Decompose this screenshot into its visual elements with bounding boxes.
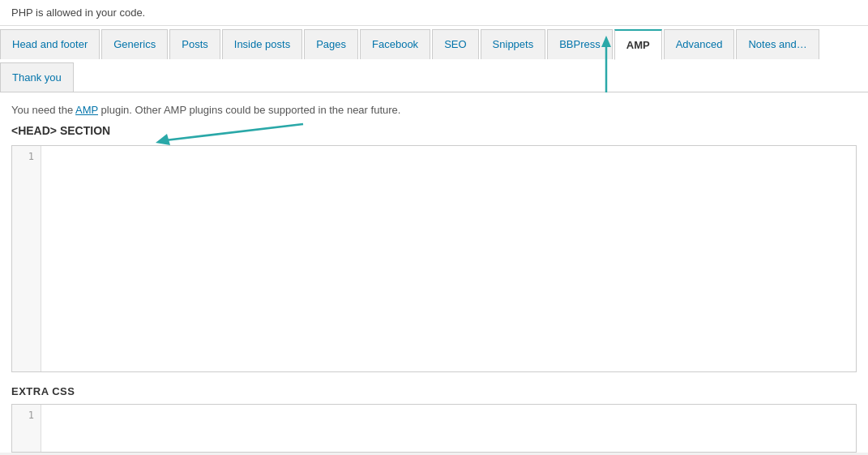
extra-css-section-title: EXTRA CSS [11,385,857,397]
head-section-code-input[interactable] [41,146,856,371]
line-number-1: 1 [19,151,34,162]
tab-thank-you[interactable]: Thank you [0,62,74,92]
extra-css-code-input[interactable] [41,405,856,452]
extra-css-line-numbers: 1 [12,405,41,452]
tab-bbpress[interactable]: BBPress [547,29,613,59]
tab-snippets[interactable]: Snippets [481,29,546,59]
tab-seo[interactable]: SEO [432,29,478,59]
tab-facebook[interactable]: Facebook [360,29,430,59]
info-message: You need the AMP plugin. Other AMP plugi… [11,104,857,116]
head-section-label: <HEAD> SECTION [11,124,857,137]
tab-advanced[interactable]: Advanced [664,29,735,59]
tabs-section: Head and footer Generics Posts Inside po… [0,26,868,92]
tab-amp[interactable]: AMP [614,29,662,60]
tab-notes-and[interactable]: Notes and… [736,29,819,59]
tabs-container: Head and footer Generics Posts Inside po… [0,26,868,92]
tab-generics[interactable]: Generics [101,29,168,59]
head-section-editor[interactable]: 1 [11,145,857,372]
tab-head-footer[interactable]: Head and footer [0,29,100,59]
main-content: You need the AMP plugin. Other AMP plugi… [0,92,868,453]
extra-css-editor[interactable]: 1 [11,404,857,453]
tab-inside-posts[interactable]: Inside posts [222,29,302,59]
tab-pages[interactable]: Pages [304,29,358,59]
amp-plugin-link[interactable]: AMP [75,104,98,116]
line-number-column: 1 [12,146,41,371]
extra-css-line-1: 1 [19,410,34,421]
tab-posts[interactable]: Posts [169,29,220,59]
top-notice: PHP is allowed in your code. [0,0,868,26]
